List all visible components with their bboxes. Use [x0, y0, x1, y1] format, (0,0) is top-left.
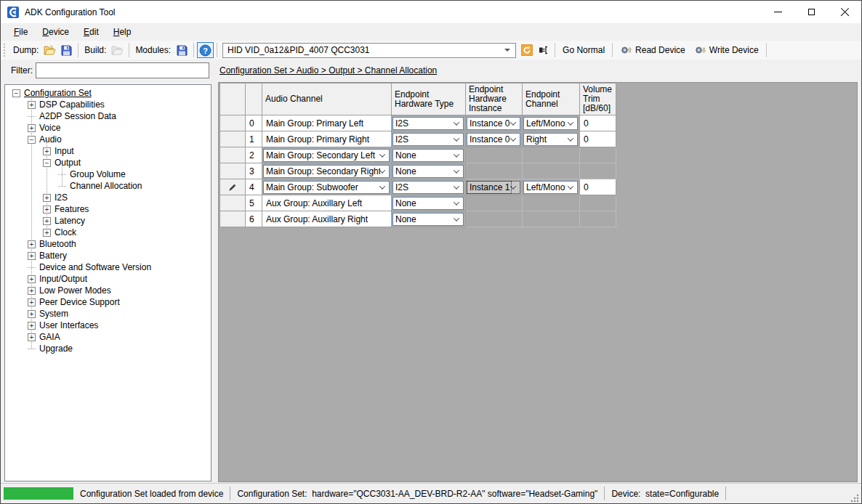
tree-item-dsp-capabilities[interactable]: +DSP Capabilities [5, 99, 211, 110]
tree-item-i2s[interactable]: +I2S [5, 192, 211, 203]
endpoint-hw-type-cell[interactable]: None [392, 147, 466, 163]
tree-item-battery[interactable]: +Battery [5, 250, 211, 261]
column-header-blank[interactable] [246, 84, 262, 115]
resize-grip[interactable] [850, 493, 860, 503]
endpoint-channel-combo[interactable]: Left/Mono [523, 181, 578, 194]
endpoint-hw-type-combo[interactable]: None [392, 149, 464, 162]
endpoint-channel-combo[interactable]: Right [523, 133, 578, 146]
tree-item-bluetooth[interactable]: +Bluetooth [5, 238, 211, 250]
tree-item-low-power-modes[interactable]: +Low Power Modes [5, 285, 211, 296]
expand-icon[interactable]: + [28, 287, 36, 295]
row-number-cell[interactable]: 2 [246, 147, 262, 163]
tree-item-voice[interactable]: +Voice [5, 122, 211, 134]
build-open-button[interactable] [109, 42, 126, 58]
collapse-icon[interactable]: − [28, 136, 36, 144]
tree-item-a2dp-session-data[interactable]: A2DP Session Data [5, 110, 211, 122]
tree-item-output[interactable]: −Output [5, 157, 211, 168]
audio-channel-cell[interactable]: Aux Group: Auxillary Left [262, 195, 392, 211]
endpoint-hw-instance-cell[interactable]: Instance 1 [466, 179, 523, 195]
expand-icon[interactable]: + [43, 217, 51, 225]
row-header[interactable] [220, 163, 246, 179]
close-button[interactable] [828, 1, 861, 23]
volume-trim-cell[interactable]: 0 [580, 179, 616, 195]
row-number-cell[interactable]: 1 [246, 131, 262, 147]
expand-icon[interactable]: + [28, 298, 36, 306]
endpoint-hw-instance-combo[interactable]: Instance 1 [467, 181, 520, 194]
expand-icon[interactable]: + [28, 322, 36, 330]
collapse-icon[interactable]: − [12, 89, 20, 97]
endpoint-hw-type-combo[interactable]: None [392, 165, 464, 178]
endpoint-channel-cell[interactable]: Left/Mono [523, 115, 580, 131]
row-number-cell[interactable]: 6 [246, 211, 262, 227]
breadcrumb-item-channel-allocation[interactable]: Channel Allocation [365, 65, 437, 76]
dump-open-button[interactable] [41, 42, 58, 58]
row-edit-indicator[interactable] [220, 179, 246, 195]
tree-item-gaia[interactable]: +GAIA [5, 331, 211, 343]
breadcrumb-item-audio[interactable]: Audio [297, 65, 319, 76]
tree-item-device-and-software-version[interactable]: Device and Software Version [5, 261, 211, 273]
endpoint-hw-instance-combo[interactable]: Instance 0 [467, 133, 520, 146]
endpoint-hw-instance-cell[interactable]: Instance 0 [466, 115, 523, 131]
volume-trim-cell[interactable]: 0 [580, 131, 616, 147]
minimize-button[interactable] [761, 1, 794, 23]
endpoint-hw-type-cell[interactable]: I2S [392, 131, 466, 147]
row-number-cell[interactable]: 5 [246, 195, 262, 211]
write-device-button[interactable]: Write Device [690, 42, 763, 58]
audio-channel-combo[interactable]: Main Group: Subwoofer [263, 181, 390, 194]
endpoint-hw-type-cell[interactable]: I2S [392, 179, 466, 195]
connect-device-button[interactable] [535, 42, 552, 58]
endpoint-hw-type-cell[interactable]: None [392, 211, 466, 227]
endpoint-hw-type-combo[interactable]: I2S [392, 117, 464, 130]
row-header[interactable] [220, 131, 246, 147]
audio-channel-cell[interactable]: Aux Group: Auxillary Right [262, 211, 392, 227]
audio-channel-cell[interactable]: Main Group: Primary Right [262, 131, 392, 147]
help-toggle-button[interactable]: ? [197, 42, 214, 58]
tree-item-latency[interactable]: +Latency [5, 215, 211, 227]
collapse-icon[interactable]: − [43, 159, 51, 167]
column-header-endpoint-channel[interactable]: Endpoint Channel [523, 84, 580, 115]
audio-channel-combo[interactable]: Main Group: Secondary Left [263, 149, 390, 162]
endpoint-hw-type-combo[interactable]: None [392, 197, 464, 210]
maximize-button[interactable] [794, 1, 828, 23]
endpoint-hw-type-combo[interactable]: I2S [392, 133, 464, 146]
endpoint-hw-type-cell[interactable]: None [392, 163, 466, 179]
endpoint-hw-instance-combo[interactable]: Instance 0 [467, 117, 520, 130]
refresh-devices-button[interactable] [518, 42, 535, 58]
row-header[interactable] [220, 195, 246, 211]
expand-icon[interactable]: + [28, 275, 36, 283]
expand-icon[interactable]: + [28, 252, 36, 260]
modules-save-button[interactable] [174, 42, 190, 58]
row-header[interactable] [220, 115, 246, 131]
row-number-cell[interactable]: 3 [246, 163, 262, 179]
tree-item-audio[interactable]: −Audio [5, 134, 211, 145]
column-header-volume-trim-db-60[interactable]: Volume Trim [dB/60] [580, 84, 616, 115]
audio-channel-cell[interactable]: Main Group: Secondary Right [262, 163, 392, 179]
tree-item-peer-device-support[interactable]: +Peer Device Support [5, 296, 211, 308]
column-header-endpoint-hardware-instance[interactable]: Endpoint Hardware Instance [466, 84, 523, 115]
expand-icon[interactable]: + [28, 310, 36, 318]
tree-item-user-interfaces[interactable]: +User Interfaces [5, 320, 211, 331]
row-number-cell[interactable]: 0 [246, 115, 262, 131]
tree-item-group-volume[interactable]: Group Volume [5, 168, 211, 180]
menu-help[interactable]: Help [106, 23, 139, 41]
audio-channel-combo[interactable]: Main Group: Secondary Right [263, 165, 390, 178]
toolbar-grip[interactable] [4, 44, 7, 57]
breadcrumb-item-configuration-set[interactable]: Configuration Set [219, 65, 287, 76]
endpoint-hw-type-combo[interactable]: I2S [392, 181, 464, 194]
expand-icon[interactable]: + [43, 194, 51, 202]
device-selector-combo[interactable]: HID VID_0a12&PID_4007 QCC3031 [222, 43, 516, 58]
filter-input[interactable] [36, 62, 209, 78]
volume-trim-cell[interactable]: 0 [580, 115, 616, 131]
row-header[interactable] [220, 147, 246, 163]
breadcrumb-item-output[interactable]: Output [329, 65, 355, 76]
endpoint-hw-type-combo[interactable]: None [392, 213, 464, 226]
go-normal-button[interactable]: Go Normal [558, 43, 609, 57]
tree-item-configuration-set[interactable]: −Configuration Set [5, 87, 211, 99]
audio-channel-cell[interactable]: Main Group: Primary Left [262, 115, 392, 131]
row-number-cell[interactable]: 4 [246, 179, 262, 195]
menu-file[interactable]: File [7, 23, 35, 41]
read-device-button[interactable]: Read Device [616, 42, 690, 58]
endpoint-hw-type-cell[interactable]: I2S [392, 115, 466, 131]
tree-item-input-output[interactable]: +Input/Output [5, 273, 211, 285]
tree-item-upgrade[interactable]: Upgrade [5, 343, 211, 354]
